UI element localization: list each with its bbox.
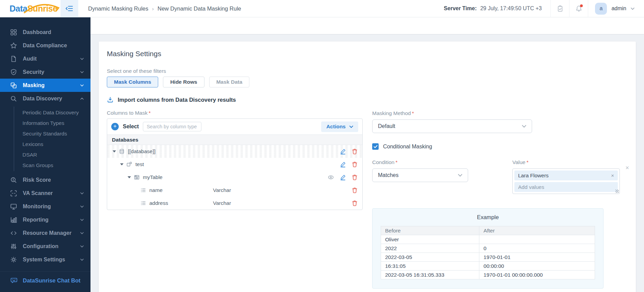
user-menu[interactable]: a admin — [588, 0, 644, 17]
chevron-down-icon — [80, 71, 84, 73]
sidebar-item-security[interactable]: Security — [0, 65, 90, 79]
sidebar-item-scan-groups[interactable]: Scan Groups — [14, 160, 90, 171]
hide-rows-button[interactable]: Hide Rows — [163, 77, 204, 87]
tree-row-schema-test[interactable]: test — [107, 158, 362, 171]
delete-icon[interactable] — [352, 187, 358, 193]
example-row: 2022 0 — [381, 244, 595, 253]
sidebar-item-periodic-data-discovery[interactable]: Periodic Data Discovery — [14, 107, 90, 118]
add-values-input[interactable] — [514, 182, 618, 192]
delete-icon[interactable] — [352, 148, 358, 155]
column-type: Varchar — [213, 187, 231, 193]
chevron-down-icon — [80, 219, 84, 221]
required-marker: * — [396, 159, 398, 165]
sidebar-item-data-compliance[interactable]: Data Compliance — [0, 39, 90, 52]
sidebar-item-chatbot[interactable]: DataSunrise Chat Bot — [0, 272, 90, 289]
edit-icon[interactable] — [340, 161, 346, 167]
edit-icon[interactable] — [340, 148, 346, 155]
tree-row-database[interactable]: [[database]] — [107, 145, 362, 158]
sidebar-item-lexicons[interactable]: Lexicons — [14, 139, 90, 149]
masking-method-select[interactable]: Default — [372, 119, 532, 133]
server-time-label: Server Time: — [444, 5, 477, 11]
clear-values-icon[interactable]: × — [625, 165, 629, 171]
remove-value-icon[interactable]: × — [611, 173, 614, 178]
tree-row-column-address[interactable]: address Varchar — [107, 197, 362, 210]
sidebar-item-resource-manager[interactable]: Resource Manager — [0, 226, 90, 240]
delete-icon[interactable] — [352, 161, 358, 167]
search-icon — [10, 95, 17, 102]
condition-label: Condition* — [372, 159, 468, 165]
schema-icon — [127, 162, 132, 167]
caret-down-icon[interactable] — [128, 176, 131, 178]
chevron-down-icon — [522, 125, 526, 128]
breadcrumb-item-rules[interactable]: Dynamic Masking Rules — [88, 5, 148, 12]
notifications-button[interactable] — [569, 0, 588, 17]
sidebar-item-configuration[interactable]: Configuration — [0, 240, 90, 253]
column-type-search-input[interactable] — [143, 122, 201, 131]
example-row: Oliver — [381, 235, 595, 244]
sidebar-item-masking[interactable]: Masking — [0, 79, 90, 92]
scanner-icon — [10, 190, 17, 197]
value-box: Lara Flowers × — [512, 168, 620, 194]
sidebar-item-security-standards[interactable]: Security Standards — [14, 128, 90, 139]
sidebar-item-label: Resource Manager — [23, 230, 71, 236]
delete-icon[interactable] — [352, 200, 358, 206]
sidebar-item-audit[interactable]: Audit — [0, 52, 90, 65]
preview-icon[interactable] — [328, 175, 334, 180]
tree-toolbar: + Select Actions — [107, 119, 362, 134]
risk-score-icon — [10, 177, 17, 183]
conditional-masking-checkbox[interactable] — [372, 143, 379, 150]
select-label: Select — [123, 124, 139, 130]
mask-data-button[interactable]: Mask Data — [209, 77, 250, 87]
sidebar-item-dsar[interactable]: DSAR — [14, 149, 90, 160]
code-icon — [10, 230, 17, 237]
edit-icon[interactable] — [340, 174, 346, 180]
after-column-header: After — [479, 226, 595, 235]
condition-group: Condition* Matches — [372, 159, 468, 194]
sidebar-item-label: Configuration — [23, 243, 59, 249]
import-columns-link[interactable]: Import columns from Data Discovery resul… — [107, 96, 363, 103]
after-cell: 1970-01-01 — [479, 253, 595, 262]
conditional-masking-label: Conditional Masking — [383, 144, 432, 150]
after-cell: 1970-01-01 00:00:00.000 — [479, 271, 595, 279]
caret-down-icon[interactable] — [113, 150, 116, 152]
before-cell: 2022 — [381, 244, 479, 253]
collapse-menu-icon — [65, 4, 74, 13]
condition-select[interactable]: Matches — [372, 168, 468, 182]
filters-label: Select one of these filters — [107, 68, 363, 74]
sidebar-collapse-button[interactable] — [61, 0, 78, 17]
breadcrumb: Dynamic Masking Rules › New Dynamic Data… — [88, 5, 241, 12]
mask-columns-button[interactable]: Mask Columns — [107, 77, 158, 87]
sidebar-item-reporting[interactable]: Reporting — [0, 213, 90, 226]
after-cell: 00:00:00 — [479, 262, 595, 271]
sidebar-item-risk-score[interactable]: Risk Score — [0, 173, 90, 186]
sidebar-item-dashboard[interactable]: Dashboard — [0, 26, 90, 39]
clipboard-check-icon — [557, 5, 564, 12]
sidebar-item-data-discovery[interactable]: Data Discovery — [0, 92, 90, 105]
filter-button-group: Mask Columns Hide Rows Mask Data — [107, 77, 363, 87]
sidebar-item-information-types[interactable]: Information Types — [14, 118, 90, 128]
add-column-button[interactable]: + — [111, 123, 119, 130]
server-time-value: 29 July, 17:49:50 — [480, 5, 522, 11]
after-cell — [479, 235, 595, 244]
delete-icon[interactable] — [352, 174, 358, 180]
sidebar-item-system-settings[interactable]: System Settings — [0, 253, 90, 266]
tasks-button[interactable] — [550, 0, 569, 17]
chevron-down-icon — [80, 192, 84, 194]
tree-row-table-mytable[interactable]: myTable — [107, 171, 362, 184]
chevron-down-icon — [80, 232, 84, 234]
before-cell: 2022-03-05 — [381, 253, 479, 262]
resize-handle[interactable] — [615, 190, 619, 193]
star-icon — [10, 42, 17, 49]
tree-row-column-name[interactable]: name Varchar — [107, 184, 362, 197]
avatar: a — [595, 3, 607, 15]
masking-settings-card: Masking Settings Select one of these fil… — [99, 42, 636, 292]
example-header-row: Before After — [381, 226, 595, 235]
sidebar-item-monitoring[interactable]: Monitoring — [0, 200, 90, 213]
sliders-icon — [10, 243, 17, 250]
sidebar-item-label: Masking — [23, 82, 45, 88]
caret-down-icon[interactable] — [120, 163, 123, 165]
chevron-down-icon — [458, 174, 462, 177]
actions-button[interactable]: Actions — [321, 121, 358, 132]
condition-value: Matches — [378, 172, 398, 178]
sidebar-item-va-scanner[interactable]: VA Scanner — [0, 186, 90, 200]
